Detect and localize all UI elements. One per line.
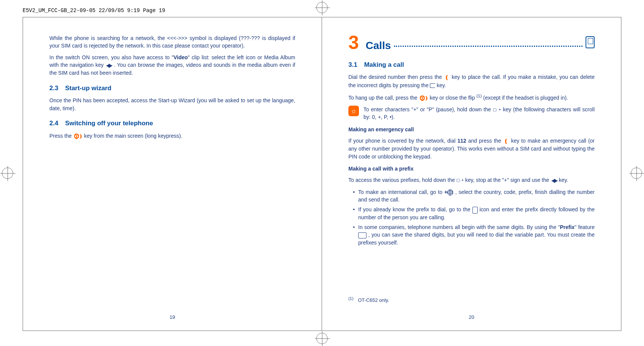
tip-text: To enter characters "+" or "P" (pause), …: [363, 106, 595, 121]
call-key-icon-2: ❪: [504, 137, 508, 145]
paragraph-network-search: While the phone is searching for a netwo…: [49, 34, 295, 50]
crop-mark-bottom: [314, 331, 330, 346]
leader-dots: [394, 46, 583, 47]
crop-mark-left: [0, 166, 15, 181]
paragraph-dial-number: Dial the desired number then press the ❪…: [348, 73, 595, 89]
sim-icon: [472, 207, 478, 214]
chapter-title: Calls: [366, 38, 391, 54]
crop-mark-right: [629, 166, 644, 181]
subheading-prefix: Making a call with a prefix: [348, 165, 595, 172]
section-2-4-heading: 2.4Switching off your telephone: [49, 119, 295, 128]
paragraph-startup-wizard: Once the PIN has been accepted, access t…: [49, 97, 295, 112]
list-item: If you already know the prefix to dial, …: [353, 206, 595, 221]
footnote: (1)OT-C652 only.: [348, 296, 389, 304]
power-key-icon: ⏼❫: [74, 132, 82, 140]
call-key-icon: ❪: [445, 74, 449, 81]
end-key-icon: ⏼❫: [420, 94, 428, 102]
paragraph-prefix-access: To access the various prefixes, hold dow…: [348, 176, 595, 184]
paragraph-video-clip: In the switch ON screen, you also have a…: [49, 54, 295, 77]
tip-block: ☼ To enter characters "+" or "P" (pause)…: [348, 106, 595, 121]
phone-icon: [586, 36, 595, 48]
nav-key-icon-2: ◀▶: [551, 177, 557, 184]
paragraph-emergency: If your phone is covered by the network,…: [348, 137, 595, 160]
list-item: In some companies, telephone numbers all…: [353, 223, 595, 246]
nav-key-icon: ◀▶: [106, 62, 111, 69]
paragraph-switch-off: Press the ⏼❫ key from the main screen (l…: [49, 132, 295, 140]
chapter-number: 3: [348, 34, 359, 51]
tip-lightbulb-icon: ☼: [348, 106, 359, 116]
section-2-3-heading: 2.3Start-up wizard: [49, 84, 295, 93]
page-spread: While the phone is searching for a netwo…: [23, 17, 621, 331]
crop-mark-top: [314, 0, 330, 15]
print-header: E5V2_UM_FCC-GB_22-09-05 22/09/05 9:19 Pa…: [23, 8, 165, 14]
globe-icon: [447, 189, 453, 195]
clear-key-icon: [430, 83, 435, 88]
zero-plus-key-icon-2: ▢ +: [456, 178, 463, 183]
list-item: To make an international call, go to + ,…: [353, 188, 595, 204]
prefix-feature-icon: [358, 232, 366, 238]
subheading-emergency: Making an emergency call: [348, 126, 595, 133]
page-19: While the phone is searching for a netwo…: [23, 17, 322, 331]
zero-plus-key-icon: ▢ +: [493, 107, 501, 112]
page-number-20: 20: [322, 314, 621, 321]
page-20: 3 Calls 3.1Making a call Dial the desire…: [322, 17, 621, 331]
chapter-3-heading: 3 Calls: [348, 34, 595, 54]
section-3-1-heading: 3.1Making a call: [348, 60, 595, 70]
page-number-19: 19: [23, 314, 322, 321]
paragraph-hangup: To hang up the call, press the ⏼❫ key or…: [348, 93, 595, 102]
prefix-bullet-list: To make an international call, go to + ,…: [348, 188, 595, 246]
